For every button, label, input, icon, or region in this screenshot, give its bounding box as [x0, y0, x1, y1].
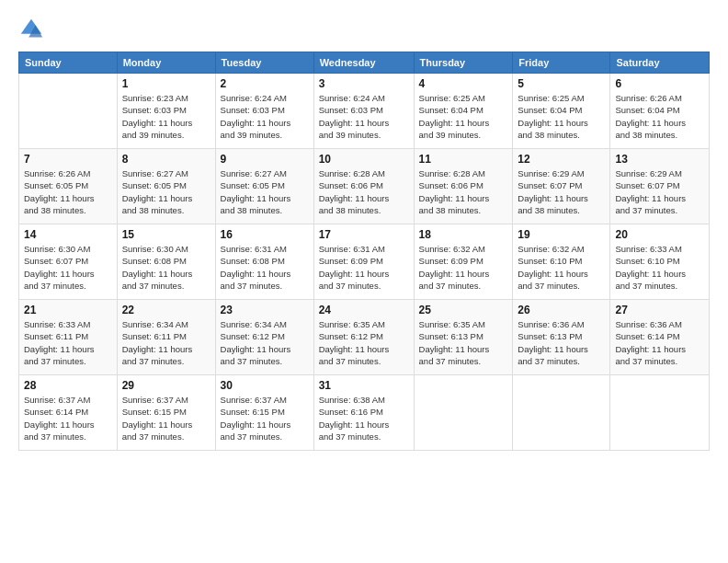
page: SundayMondayTuesdayWednesdayThursdayFrid…: [0, 0, 728, 563]
calendar-cell: 29Sunrise: 6:37 AM Sunset: 6:15 PM Dayli…: [117, 375, 215, 451]
day-info: Sunrise: 6:24 AM Sunset: 6:03 PM Dayligh…: [319, 92, 409, 141]
day-info: Sunrise: 6:29 AM Sunset: 6:07 PM Dayligh…: [615, 167, 704, 216]
day-number: 3: [319, 77, 409, 90]
calendar-cell: 30Sunrise: 6:37 AM Sunset: 6:15 PM Dayli…: [215, 375, 313, 451]
day-info: Sunrise: 6:23 AM Sunset: 6:03 PM Dayligh…: [122, 92, 210, 141]
week-row-3: 14Sunrise: 6:30 AM Sunset: 6:07 PM Dayli…: [19, 224, 710, 300]
day-info: Sunrise: 6:28 AM Sunset: 6:06 PM Dayligh…: [419, 167, 508, 216]
day-info: Sunrise: 6:37 AM Sunset: 6:15 PM Dayligh…: [122, 394, 210, 442]
day-info: Sunrise: 6:35 AM Sunset: 6:12 PM Dayligh…: [319, 318, 409, 367]
weekday-header-saturday: Saturday: [610, 52, 710, 74]
day-number: 6: [615, 77, 704, 90]
calendar-cell: 9Sunrise: 6:27 AM Sunset: 6:05 PM Daylig…: [215, 149, 313, 224]
calendar-cell: 20Sunrise: 6:33 AM Sunset: 6:10 PM Dayli…: [610, 224, 710, 300]
day-number: 12: [518, 153, 605, 166]
calendar-cell: 11Sunrise: 6:28 AM Sunset: 6:06 PM Dayli…: [414, 149, 513, 224]
calendar-cell: 5Sunrise: 6:25 AM Sunset: 6:04 PM Daylig…: [513, 74, 610, 149]
calendar-cell: 23Sunrise: 6:34 AM Sunset: 6:12 PM Dayli…: [215, 300, 313, 375]
week-row-4: 21Sunrise: 6:33 AM Sunset: 6:11 PM Dayli…: [19, 300, 710, 375]
week-row-1: 1Sunrise: 6:23 AM Sunset: 6:03 PM Daylig…: [19, 74, 710, 149]
day-info: Sunrise: 6:30 AM Sunset: 6:07 PM Dayligh…: [24, 243, 112, 292]
day-info: Sunrise: 6:37 AM Sunset: 6:14 PM Dayligh…: [24, 394, 112, 442]
logo-icon: [18, 17, 44, 42]
calendar-cell: 3Sunrise: 6:24 AM Sunset: 6:03 PM Daylig…: [313, 74, 414, 149]
calendar-cell: 15Sunrise: 6:30 AM Sunset: 6:08 PM Dayli…: [117, 224, 215, 300]
day-number: 13: [615, 153, 704, 166]
day-number: 20: [615, 228, 704, 241]
calendar-cell: 31Sunrise: 6:38 AM Sunset: 6:16 PM Dayli…: [313, 375, 414, 451]
weekday-header-sunday: Sunday: [19, 52, 118, 74]
day-number: 29: [122, 379, 210, 392]
calendar-cell: 18Sunrise: 6:32 AM Sunset: 6:09 PM Dayli…: [414, 224, 513, 300]
day-info: Sunrise: 6:31 AM Sunset: 6:08 PM Dayligh…: [221, 243, 309, 292]
day-info: Sunrise: 6:38 AM Sunset: 6:16 PM Dayligh…: [319, 394, 409, 442]
day-number: 15: [122, 228, 210, 241]
day-number: 16: [221, 228, 309, 241]
day-info: Sunrise: 6:24 AM Sunset: 6:03 PM Dayligh…: [221, 92, 309, 141]
day-number: 27: [615, 304, 704, 316]
day-number: 17: [319, 228, 409, 241]
calendar-cell: 13Sunrise: 6:29 AM Sunset: 6:07 PM Dayli…: [610, 149, 710, 224]
calendar-cell: 27Sunrise: 6:36 AM Sunset: 6:14 PM Dayli…: [610, 300, 710, 375]
day-info: Sunrise: 6:36 AM Sunset: 6:14 PM Dayligh…: [615, 318, 704, 367]
calendar-cell: 28Sunrise: 6:37 AM Sunset: 6:14 PM Dayli…: [19, 375, 118, 451]
calendar-cell: [513, 375, 610, 451]
day-number: 30: [221, 379, 309, 392]
calendar-table: SundayMondayTuesdayWednesdayThursdayFrid…: [18, 52, 710, 451]
logo: [18, 17, 50, 42]
day-info: Sunrise: 6:32 AM Sunset: 6:09 PM Dayligh…: [419, 243, 508, 292]
day-number: 14: [24, 228, 112, 241]
day-number: 7: [24, 153, 112, 166]
day-info: Sunrise: 6:25 AM Sunset: 6:04 PM Dayligh…: [419, 92, 508, 141]
day-number: 21: [24, 304, 112, 316]
calendar-cell: 2Sunrise: 6:24 AM Sunset: 6:03 PM Daylig…: [215, 74, 313, 149]
day-number: 5: [518, 77, 605, 90]
day-info: Sunrise: 6:26 AM Sunset: 6:04 PM Dayligh…: [615, 92, 704, 141]
calendar-cell: 8Sunrise: 6:27 AM Sunset: 6:05 PM Daylig…: [117, 149, 215, 224]
calendar-cell: 22Sunrise: 6:34 AM Sunset: 6:11 PM Dayli…: [117, 300, 215, 375]
weekday-header-tuesday: Tuesday: [215, 52, 313, 74]
calendar-cell: 17Sunrise: 6:31 AM Sunset: 6:09 PM Dayli…: [313, 224, 414, 300]
day-info: Sunrise: 6:31 AM Sunset: 6:09 PM Dayligh…: [319, 243, 409, 292]
calendar-cell: 12Sunrise: 6:29 AM Sunset: 6:07 PM Dayli…: [513, 149, 610, 224]
weekday-header-friday: Friday: [513, 52, 610, 74]
calendar-cell: 26Sunrise: 6:36 AM Sunset: 6:13 PM Dayli…: [513, 300, 610, 375]
day-number: 28: [24, 379, 112, 392]
calendar-cell: [414, 375, 513, 451]
calendar-cell: 1Sunrise: 6:23 AM Sunset: 6:03 PM Daylig…: [117, 74, 215, 149]
header-area: [18, 17, 710, 42]
day-info: Sunrise: 6:37 AM Sunset: 6:15 PM Dayligh…: [221, 394, 309, 442]
day-number: 8: [122, 153, 210, 166]
day-info: Sunrise: 6:25 AM Sunset: 6:04 PM Dayligh…: [518, 92, 605, 141]
day-info: Sunrise: 6:33 AM Sunset: 6:10 PM Dayligh…: [615, 243, 704, 292]
calendar-cell: 25Sunrise: 6:35 AM Sunset: 6:13 PM Dayli…: [414, 300, 513, 375]
day-number: 4: [419, 77, 508, 90]
calendar-cell: 6Sunrise: 6:26 AM Sunset: 6:04 PM Daylig…: [610, 74, 710, 149]
calendar-cell: [19, 74, 118, 149]
day-number: 23: [221, 304, 309, 316]
day-info: Sunrise: 6:29 AM Sunset: 6:07 PM Dayligh…: [518, 167, 605, 216]
day-info: Sunrise: 6:34 AM Sunset: 6:11 PM Dayligh…: [122, 318, 210, 367]
day-number: 1: [122, 77, 210, 90]
calendar-cell: 14Sunrise: 6:30 AM Sunset: 6:07 PM Dayli…: [19, 224, 118, 300]
day-info: Sunrise: 6:27 AM Sunset: 6:05 PM Dayligh…: [221, 167, 309, 216]
day-info: Sunrise: 6:26 AM Sunset: 6:05 PM Dayligh…: [24, 167, 112, 216]
weekday-header-row: SundayMondayTuesdayWednesdayThursdayFrid…: [19, 52, 710, 74]
weekday-header-wednesday: Wednesday: [313, 52, 414, 74]
week-row-2: 7Sunrise: 6:26 AM Sunset: 6:05 PM Daylig…: [19, 149, 710, 224]
calendar-cell: 4Sunrise: 6:25 AM Sunset: 6:04 PM Daylig…: [414, 74, 513, 149]
weekday-header-thursday: Thursday: [414, 52, 513, 74]
day-number: 11: [419, 153, 508, 166]
day-info: Sunrise: 6:36 AM Sunset: 6:13 PM Dayligh…: [518, 318, 605, 367]
day-number: 24: [319, 304, 409, 316]
day-number: 22: [122, 304, 210, 316]
day-info: Sunrise: 6:33 AM Sunset: 6:11 PM Dayligh…: [24, 318, 112, 367]
calendar-cell: 19Sunrise: 6:32 AM Sunset: 6:10 PM Dayli…: [513, 224, 610, 300]
calendar-cell: 21Sunrise: 6:33 AM Sunset: 6:11 PM Dayli…: [19, 300, 118, 375]
day-number: 31: [319, 379, 409, 392]
day-info: Sunrise: 6:35 AM Sunset: 6:13 PM Dayligh…: [419, 318, 508, 367]
day-info: Sunrise: 6:34 AM Sunset: 6:12 PM Dayligh…: [221, 318, 309, 367]
day-info: Sunrise: 6:30 AM Sunset: 6:08 PM Dayligh…: [122, 243, 210, 292]
calendar-cell: 7Sunrise: 6:26 AM Sunset: 6:05 PM Daylig…: [19, 149, 118, 224]
calendar-cell: 16Sunrise: 6:31 AM Sunset: 6:08 PM Dayli…: [215, 224, 313, 300]
